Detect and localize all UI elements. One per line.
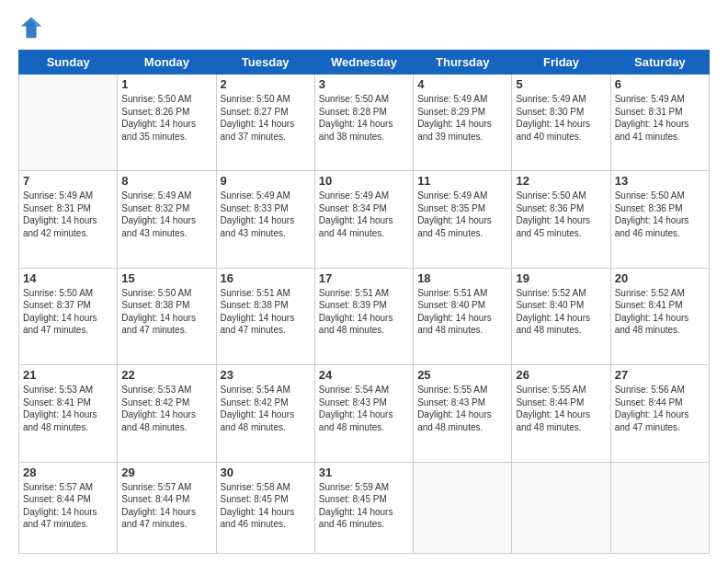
header [18,15,710,40]
day-number: 28 [23,465,113,479]
day-number: 14 [23,271,113,285]
week-row-3: 14Sunrise: 5:50 AMSunset: 8:37 PMDayligh… [19,268,710,364]
calendar-cell: 14Sunrise: 5:50 AMSunset: 8:37 PMDayligh… [19,268,118,364]
calendar-cell [512,462,610,553]
calendar-cell [19,75,118,171]
day-number: 21 [23,368,113,382]
weekday-header-wednesday: Wednesday [314,51,413,75]
day-info: Sunrise: 5:50 AMSunset: 8:27 PMDaylight:… [221,93,311,143]
calendar-cell: 29Sunrise: 5:57 AMSunset: 8:44 PMDayligh… [118,462,216,553]
calendar-cell: 4Sunrise: 5:49 AMSunset: 8:29 PMDaylight… [414,75,512,171]
day-number: 30 [221,465,311,479]
calendar-cell: 25Sunrise: 5:55 AMSunset: 8:43 PMDayligh… [414,365,512,462]
day-info: Sunrise: 5:56 AMSunset: 8:44 PMDaylight:… [615,384,705,433]
calendar-cell: 28Sunrise: 5:57 AMSunset: 8:44 PMDayligh… [19,462,118,553]
day-info: Sunrise: 5:54 AMSunset: 8:42 PMDaylight:… [221,384,311,433]
calendar-body: 1Sunrise: 5:50 AMSunset: 8:26 PMDaylight… [19,75,710,554]
day-info: Sunrise: 5:53 AMSunset: 8:41 PMDaylight:… [23,384,113,433]
day-number: 20 [615,271,705,285]
calendar-cell: 6Sunrise: 5:49 AMSunset: 8:31 PMDaylight… [610,75,709,171]
day-number: 13 [615,174,705,188]
calendar-cell: 5Sunrise: 5:49 AMSunset: 8:30 PMDaylight… [512,75,610,171]
day-info: Sunrise: 5:55 AMSunset: 8:44 PMDaylight:… [516,384,606,433]
day-info: Sunrise: 5:49 AMSunset: 8:31 PMDaylight:… [615,93,705,143]
day-number: 27 [615,368,705,382]
day-info: Sunrise: 5:49 AMSunset: 8:32 PMDaylight:… [121,190,211,239]
day-info: Sunrise: 5:59 AMSunset: 8:45 PMDaylight:… [319,481,409,531]
day-number: 2 [221,77,311,91]
day-number: 23 [221,368,311,382]
calendar-cell: 7Sunrise: 5:49 AMSunset: 8:31 PMDaylight… [19,171,118,268]
day-number: 22 [121,368,211,382]
calendar-cell: 18Sunrise: 5:51 AMSunset: 8:40 PMDayligh… [414,268,512,364]
day-number: 10 [319,174,409,188]
day-number: 7 [23,174,113,188]
day-info: Sunrise: 5:52 AMSunset: 8:41 PMDaylight:… [615,287,705,337]
calendar-cell: 24Sunrise: 5:54 AMSunset: 8:43 PMDayligh… [314,365,413,462]
day-number: 25 [417,368,507,382]
day-info: Sunrise: 5:51 AMSunset: 8:39 PMDaylight:… [319,287,409,337]
weekday-header-tuesday: Tuesday [216,51,314,75]
day-info: Sunrise: 5:49 AMSunset: 8:29 PMDaylight:… [417,93,507,143]
day-info: Sunrise: 5:58 AMSunset: 8:45 PMDaylight:… [221,481,311,531]
calendar-cell [610,462,709,553]
day-info: Sunrise: 5:50 AMSunset: 8:37 PMDaylight:… [23,287,113,337]
day-info: Sunrise: 5:50 AMSunset: 8:28 PMDaylight:… [319,93,409,143]
weekday-header-thursday: Thursday [414,51,512,75]
day-number: 16 [221,271,311,285]
logo [18,15,46,40]
calendar-cell: 19Sunrise: 5:52 AMSunset: 8:40 PMDayligh… [512,268,610,364]
day-number: 3 [319,77,409,91]
day-number: 26 [516,368,606,382]
day-info: Sunrise: 5:49 AMSunset: 8:35 PMDaylight:… [417,190,507,239]
day-number: 5 [516,77,606,91]
calendar-cell: 11Sunrise: 5:49 AMSunset: 8:35 PMDayligh… [414,171,512,268]
weekday-header-saturday: Saturday [610,51,709,75]
calendar-cell: 3Sunrise: 5:50 AMSunset: 8:28 PMDaylight… [314,75,413,171]
calendar-cell: 22Sunrise: 5:53 AMSunset: 8:42 PMDayligh… [118,365,216,462]
day-info: Sunrise: 5:50 AMSunset: 8:26 PMDaylight:… [121,93,211,143]
day-info: Sunrise: 5:54 AMSunset: 8:43 PMDaylight:… [319,384,409,433]
calendar-cell: 9Sunrise: 5:49 AMSunset: 8:33 PMDaylight… [216,171,314,268]
page: SundayMondayTuesdayWednesdayThursdayFrid… [0,0,728,563]
calendar-cell: 30Sunrise: 5:58 AMSunset: 8:45 PMDayligh… [216,462,314,553]
day-info: Sunrise: 5:51 AMSunset: 8:38 PMDaylight:… [221,287,311,337]
day-info: Sunrise: 5:55 AMSunset: 8:43 PMDaylight:… [417,384,507,433]
calendar-cell [414,462,512,553]
day-info: Sunrise: 5:52 AMSunset: 8:40 PMDaylight:… [516,287,606,337]
calendar-table: SundayMondayTuesdayWednesdayThursdayFrid… [18,50,710,554]
day-number: 6 [615,77,705,91]
calendar-cell: 23Sunrise: 5:54 AMSunset: 8:42 PMDayligh… [216,365,314,462]
day-info: Sunrise: 5:57 AMSunset: 8:44 PMDaylight:… [121,481,211,531]
day-info: Sunrise: 5:51 AMSunset: 8:40 PMDaylight:… [417,287,507,337]
day-info: Sunrise: 5:49 AMSunset: 8:30 PMDaylight:… [516,93,606,143]
weekday-header-monday: Monday [118,51,216,75]
calendar-cell: 1Sunrise: 5:50 AMSunset: 8:26 PMDaylight… [118,75,216,171]
day-number: 11 [417,174,507,188]
day-info: Sunrise: 5:49 AMSunset: 8:33 PMDaylight:… [221,190,311,239]
weekday-header-sunday: Sunday [19,51,118,75]
weekday-header-row: SundayMondayTuesdayWednesdayThursdayFrid… [19,51,710,75]
day-info: Sunrise: 5:50 AMSunset: 8:38 PMDaylight:… [121,287,211,337]
day-number: 15 [121,271,211,285]
svg-marker-1 [21,17,41,38]
day-info: Sunrise: 5:49 AMSunset: 8:31 PMDaylight:… [23,190,113,239]
day-number: 12 [516,174,606,188]
day-number: 8 [121,174,211,188]
day-number: 31 [319,465,409,479]
day-info: Sunrise: 5:53 AMSunset: 8:42 PMDaylight:… [121,384,211,433]
weekday-header-friday: Friday [512,51,610,75]
calendar-cell: 12Sunrise: 5:50 AMSunset: 8:36 PMDayligh… [512,171,610,268]
calendar-cell: 2Sunrise: 5:50 AMSunset: 8:27 PMDaylight… [216,75,314,171]
day-info: Sunrise: 5:50 AMSunset: 8:36 PMDaylight:… [615,190,705,239]
day-number: 18 [417,271,507,285]
calendar-cell: 17Sunrise: 5:51 AMSunset: 8:39 PMDayligh… [314,268,413,364]
day-number: 19 [516,271,606,285]
calendar-cell: 13Sunrise: 5:50 AMSunset: 8:36 PMDayligh… [610,171,709,268]
calendar-cell: 8Sunrise: 5:49 AMSunset: 8:32 PMDaylight… [118,171,216,268]
calendar-cell: 27Sunrise: 5:56 AMSunset: 8:44 PMDayligh… [610,365,709,462]
calendar-cell: 15Sunrise: 5:50 AMSunset: 8:38 PMDayligh… [118,268,216,364]
day-info: Sunrise: 5:49 AMSunset: 8:34 PMDaylight:… [319,190,409,239]
day-number: 17 [319,271,409,285]
calendar-cell: 10Sunrise: 5:49 AMSunset: 8:34 PMDayligh… [314,171,413,268]
